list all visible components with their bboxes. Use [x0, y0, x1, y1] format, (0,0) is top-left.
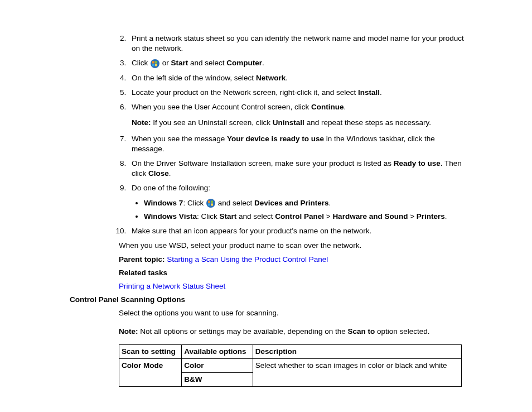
windows-start-icon — [206, 199, 215, 208]
cell-color-mode: Color Mode — [119, 359, 182, 387]
step-9-sublist: Windows 7: Click and select Devices and … — [132, 198, 465, 222]
wsd-paragraph: When you use WSD, select your product na… — [119, 241, 465, 251]
step-5: Locate your product on the Network scree… — [128, 88, 465, 98]
step-9-windows7: Windows 7: Click and select Devices and … — [144, 198, 465, 208]
svg-point-0 — [151, 59, 159, 68]
related-task-link[interactable]: Printing a Network Status Sheet — [119, 282, 225, 290]
svg-rect-2 — [155, 61, 157, 63]
svg-rect-7 — [211, 201, 213, 203]
step-9-windows-vista: Windows Vista: Click Start and select Co… — [144, 212, 465, 222]
options-table: Scan to setting Available options Descri… — [119, 344, 462, 387]
col-description: Description — [253, 344, 461, 358]
table-header-row: Scan to setting Available options Descri… — [119, 344, 462, 358]
related-tasks-link-row: Printing a Network Status Sheet — [119, 281, 465, 291]
svg-rect-9 — [211, 204, 213, 206]
parent-topic: Parent topic: Starting a Scan Using the … — [119, 255, 465, 265]
svg-rect-3 — [152, 64, 154, 66]
svg-rect-8 — [208, 204, 210, 206]
section-heading: Control Panel Scanning Options — [70, 295, 465, 305]
step-9: Do one of the following: Windows 7: Clic… — [128, 183, 465, 222]
document-page: Print a network status sheet so you can … — [0, 0, 532, 412]
step-8: On the Driver Software Installation scre… — [128, 159, 465, 179]
cell-bw: B&W — [182, 373, 253, 387]
svg-point-5 — [206, 199, 215, 208]
section-intro: Select the options you want to use for s… — [119, 308, 465, 318]
svg-rect-6 — [208, 201, 210, 203]
step-2: Print a network status sheet so you can … — [128, 33, 465, 54]
windows-start-icon — [151, 59, 159, 68]
step-3: Click or Start and select Computer. — [128, 58, 465, 68]
col-available-options: Available options — [182, 344, 253, 358]
svg-rect-4 — [155, 64, 157, 66]
step-7: When you see the message Your device is … — [128, 134, 465, 154]
parent-topic-link[interactable]: Starting a Scan Using the Product Contro… — [167, 255, 328, 264]
instruction-list: Print a network status sheet so you can … — [75, 33, 465, 236]
cell-description: Select whether to scan images in color o… — [253, 359, 461, 387]
note-uninstall: Note: If you see an Uninstall screen, cl… — [132, 118, 465, 128]
section-note: Note: Not all options or settings may be… — [119, 327, 465, 337]
svg-rect-1 — [152, 61, 154, 63]
col-scan-to-setting: Scan to setting — [119, 344, 182, 358]
step-6: When you see the User Account Control sc… — [128, 102, 465, 128]
step-4: On the left side of the window, select N… — [128, 73, 465, 83]
cell-color: Color — [182, 359, 253, 373]
table-row: Color Mode Color Select whether to scan … — [119, 359, 462, 373]
step-10: Make sure that an icon appears for your … — [128, 226, 465, 236]
related-tasks-label: Related tasks — [119, 268, 465, 278]
